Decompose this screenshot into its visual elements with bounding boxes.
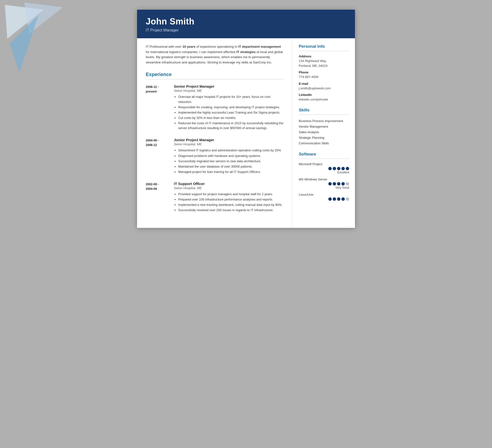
- list-item: Successfully migrated two servers to new…: [178, 159, 284, 164]
- exp-job-title-3: IT Support Officer: [174, 182, 284, 186]
- experience-section-title: Experience: [146, 72, 284, 77]
- software-name-1: Microsoft Project: [299, 162, 349, 166]
- address-label: Address: [299, 54, 349, 58]
- exp-company-1: Seton Hospital, ME: [174, 89, 284, 93]
- dot-filled: [333, 167, 336, 170]
- exp-bullets-1: Oversaw all major hospital IT projects f…: [174, 94, 284, 131]
- skills-title: Skills: [299, 108, 349, 113]
- resume-document: John Smith IT Project Manager IT Profess…: [137, 10, 355, 228]
- svg-marker-2: [10, 15, 39, 73]
- resume-header: John Smith IT Project Manager: [137, 10, 355, 38]
- address-line1: 134 Rightward Way: [299, 59, 349, 63]
- dot-filled: [328, 182, 332, 186]
- skills-divider: [299, 115, 349, 115]
- exp-details-3: IT Support Officer Seton Hospital, ME Pr…: [174, 182, 284, 213]
- phone-label: Phone: [299, 71, 349, 74]
- dot-filled: [341, 197, 345, 201]
- software-rating-3: [299, 197, 349, 201]
- linkedin-value: linkedin.com/johnutw: [299, 97, 349, 102]
- software-rating-1: Excellent: [299, 167, 349, 174]
- dots-row-3: [328, 197, 349, 201]
- skill-item: Vendor Management: [299, 124, 349, 129]
- email-value: j.smith@uptowork.com: [299, 86, 349, 91]
- skill-item: Sales Analysis: [299, 129, 349, 135]
- exp-details-1: Senior Project Manager Seton Hospital, M…: [174, 84, 284, 131]
- experience-entry-3: 2002-08 -2004-09 IT Support Officer Seto…: [146, 182, 284, 213]
- skill-item: Strategic Planning: [299, 135, 349, 140]
- dot-filled: [341, 182, 345, 186]
- dot-filled: [337, 167, 340, 170]
- dot-filled: [328, 197, 332, 201]
- personal-info-divider: [299, 51, 349, 51]
- software-item-2: MS Windows Server Very Good: [299, 177, 349, 189]
- phone-value: 774-987-4009: [299, 75, 349, 79]
- skill-item: Business Process Improvement: [299, 118, 349, 124]
- dot-filled: [333, 182, 336, 186]
- svg-marker-0: [5, 5, 44, 39]
- rating-label-2: Very Good: [335, 186, 349, 189]
- svg-marker-1: [24, 2, 63, 34]
- exp-dates-2: 2004-09 -2006-12: [146, 138, 170, 175]
- exp-dates-1: 2006-12 -present: [146, 84, 170, 131]
- software-rating-2: Very Good: [299, 182, 349, 189]
- experience-divider: [146, 79, 284, 79]
- sidebar: Personal Info Address 134 Rightward Way …: [292, 38, 355, 228]
- list-item: Diagnosed problems with hardware and ope…: [178, 154, 284, 158]
- list-item: Reduced the costs of IT maintenance in 2…: [178, 121, 284, 131]
- dot-empty: [346, 197, 349, 201]
- dot-filled: [337, 182, 340, 186]
- experience-entry-1: 2006-12 -present Senior Project Manager …: [146, 84, 284, 131]
- list-item: Implemented a new tracking dashboard, cu…: [178, 202, 284, 207]
- exp-dates-3: 2002-08 -2004-09: [146, 182, 170, 213]
- exp-company-3: Seton Hospital, ME: [174, 186, 284, 190]
- exp-bullets-2: Streamlined IT logistics and administrat…: [174, 148, 284, 174]
- dot-filled: [337, 197, 340, 201]
- dot-filled: [341, 167, 345, 170]
- personal-info-section: Personal Info Address 134 Rightward Way …: [299, 44, 349, 102]
- exp-job-title-2: Junior Project Manager: [174, 138, 284, 142]
- software-item-3: Linux/Unix: [299, 193, 349, 201]
- software-name-3: Linux/Unix: [299, 193, 349, 196]
- list-item: Cut costs by 32% in less than six months…: [178, 115, 284, 120]
- list-item: Successfully resolved over 200 issues in…: [178, 208, 284, 213]
- rating-label-1: Excellent: [337, 171, 349, 174]
- software-name-2: MS Windows Server: [299, 177, 349, 181]
- list-item: Managed project for lean training for al…: [178, 169, 284, 174]
- resume-body: IT Professional with over 10 years of ex…: [137, 38, 355, 228]
- address-line2: Portland, ME, 04019: [299, 63, 349, 68]
- list-item: Implemented the highly successful Lean T…: [178, 110, 284, 115]
- exp-company-2: Seton Hospital, ME: [174, 142, 284, 146]
- exp-details-2: Junior Project Manager Seton Hospital, M…: [174, 138, 284, 175]
- experience-section: Experience 2006-12 -present Senior Proje…: [146, 72, 284, 213]
- dot-filled: [333, 197, 336, 201]
- skills-section: Skills Business Process Improvement Vend…: [299, 108, 349, 146]
- main-content: IT Professional with over 10 years of ex…: [137, 38, 292, 228]
- experience-entry-2: 2004-09 -2006-12 Junior Project Manager …: [146, 138, 284, 175]
- exp-bullets-3: Provided support for project managers an…: [174, 192, 284, 213]
- candidate-name: John Smith: [146, 16, 346, 27]
- list-item: Streamlined IT logistics and administrat…: [178, 148, 284, 153]
- software-divider: [299, 159, 349, 159]
- software-section: Software Microsoft Project Excellent: [299, 152, 349, 201]
- candidate-title: IT Project Manager: [146, 28, 346, 32]
- dot-filled: [346, 167, 349, 170]
- personal-info-title: Personal Info: [299, 44, 349, 49]
- software-item-1: Microsoft Project Excellent: [299, 162, 349, 174]
- dot-filled: [328, 167, 332, 170]
- skill-item: Communication Skills: [299, 140, 349, 146]
- list-item: Provided support for project managers an…: [178, 192, 284, 197]
- exp-job-title-1: Senior Project Manager: [174, 84, 284, 88]
- list-item: Maintained the user database of over 300…: [178, 164, 284, 169]
- dot-empty: [346, 182, 349, 186]
- software-title: Software: [299, 152, 349, 157]
- list-item: Responsible for creating, improving, and…: [178, 105, 284, 110]
- summary-text: IT Professional with over 10 years of ex…: [146, 44, 284, 65]
- dots-row-1: [328, 167, 349, 170]
- linkedin-label: LinkedIn: [299, 93, 349, 97]
- list-item: Oversaw all major hospital IT projects f…: [178, 94, 284, 104]
- list-item: Prepared over 100 infrastructure perform…: [178, 197, 284, 202]
- email-label: E-mail: [299, 82, 349, 85]
- dots-row-2: [328, 182, 349, 186]
